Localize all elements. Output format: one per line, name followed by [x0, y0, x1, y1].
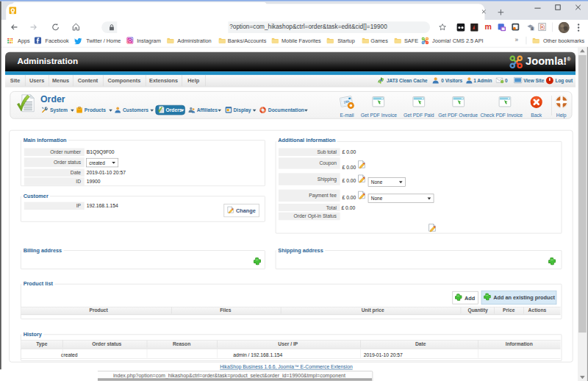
svg-text:0: 0 — [531, 27, 534, 31]
svg-text:A: A — [541, 26, 543, 29]
svg-text:A: A — [379, 78, 382, 82]
